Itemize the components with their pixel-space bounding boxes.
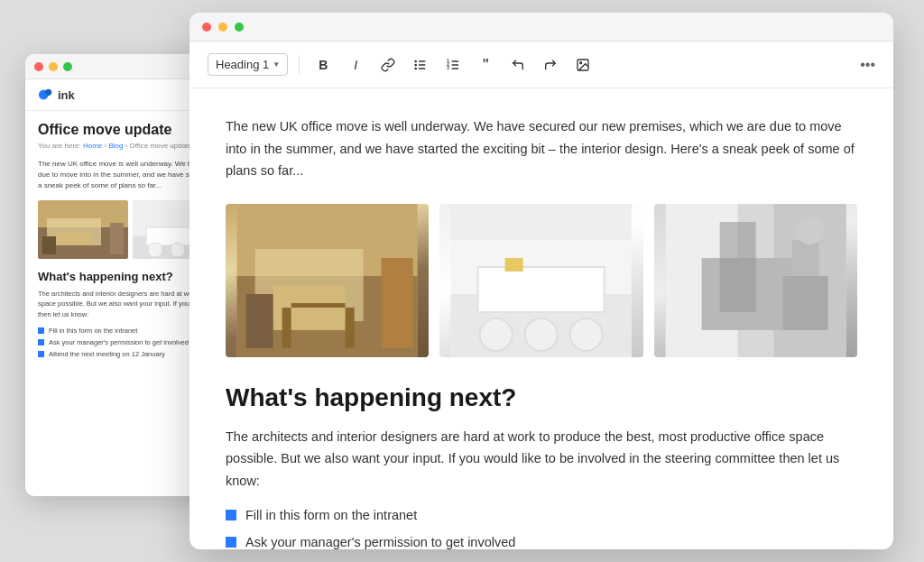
editor-list-item-2: Ask your manager's permission to get inv… xyxy=(226,533,857,549)
svg-rect-55 xyxy=(782,276,827,330)
editor-section-title: What's happening next? xyxy=(226,382,857,413)
svg-rect-40 xyxy=(282,308,291,348)
image-icon xyxy=(576,58,590,72)
chevron-down-icon: ▼ xyxy=(273,60,280,69)
svg-rect-49 xyxy=(451,204,632,240)
bullet-list-button[interactable] xyxy=(408,52,433,78)
image-button[interactable] xyxy=(570,52,596,78)
svg-rect-38 xyxy=(382,258,413,348)
editor-list-item-1: Fill in this form on the intranet xyxy=(226,506,857,526)
office-svg-3 xyxy=(654,204,857,357)
editor-images-row xyxy=(226,204,857,357)
svg-rect-56 xyxy=(791,240,818,276)
large-maximize-dot[interactable] xyxy=(235,23,244,32)
svg-rect-7 xyxy=(110,223,124,254)
minimize-dot[interactable] xyxy=(49,62,58,71)
link-button[interactable] xyxy=(375,52,401,78)
svg-text:3: 3 xyxy=(448,66,450,70)
svg-point-23 xyxy=(415,63,418,66)
svg-point-47 xyxy=(570,318,603,351)
editor-list: Fill in this form on the intranet Ask yo… xyxy=(226,506,857,549)
svg-point-32 xyxy=(580,61,582,63)
svg-rect-44 xyxy=(478,267,605,312)
svg-rect-48 xyxy=(505,258,523,272)
svg-rect-5 xyxy=(56,232,92,245)
large-editor-window: Heading 1 ▼ B I xyxy=(189,13,893,549)
editor-intro-paragraph: The new UK office move is well underway.… xyxy=(226,115,857,182)
italic-button[interactable]: I xyxy=(343,52,368,78)
svg-point-12 xyxy=(171,243,185,257)
small-office-image-1 xyxy=(38,200,128,259)
close-dot[interactable] xyxy=(34,62,43,71)
ordered-list-button[interactable]: 1 2 3 xyxy=(440,52,466,78)
editor-content-area[interactable]: The new UK office move is well underway.… xyxy=(189,88,893,549)
undo-icon xyxy=(511,58,525,72)
svg-point-11 xyxy=(148,243,162,257)
editor-office-image-3 xyxy=(654,204,857,357)
redo-button[interactable] xyxy=(538,52,563,78)
more-dots-icon: ••• xyxy=(860,57,875,73)
svg-point-46 xyxy=(525,318,558,351)
svg-point-1 xyxy=(45,89,51,96)
quote-button[interactable]: " xyxy=(473,52,498,78)
large-window-titlebar xyxy=(189,13,893,41)
editor-office-image-1 xyxy=(226,204,429,357)
toolbar-divider-1 xyxy=(299,56,300,74)
bold-button[interactable]: B xyxy=(310,52,336,78)
heading-select[interactable]: Heading 1 ▼ xyxy=(208,53,288,76)
heading-select-label: Heading 1 xyxy=(216,58,269,71)
editor-office-image-2 xyxy=(439,204,642,357)
svg-point-45 xyxy=(480,318,513,351)
svg-point-22 xyxy=(415,60,418,62)
logo-icon xyxy=(38,87,54,103)
svg-point-24 xyxy=(415,67,418,69)
editor-body-paragraph: The architects and interior designers ar… xyxy=(226,426,857,493)
svg-rect-37 xyxy=(246,294,273,348)
editor-toolbar: Heading 1 ▼ B I xyxy=(189,41,893,88)
logo-text: ink xyxy=(58,88,75,102)
office-svg-1 xyxy=(226,204,429,357)
svg-rect-39 xyxy=(291,303,346,308)
link-icon xyxy=(381,58,395,72)
more-options-button[interactable]: ••• xyxy=(860,57,875,73)
office-svg-2 xyxy=(439,204,642,357)
bullet-list-icon xyxy=(413,58,428,72)
svg-rect-6 xyxy=(42,236,56,254)
svg-rect-41 xyxy=(346,308,355,348)
redo-icon xyxy=(543,58,558,72)
ordered-list-icon: 1 2 3 xyxy=(446,58,460,72)
office-img-svg-1 xyxy=(38,200,128,259)
svg-rect-54 xyxy=(719,222,755,312)
undo-button[interactable] xyxy=(505,52,531,78)
large-close-dot[interactable] xyxy=(202,23,211,32)
maximize-dot[interactable] xyxy=(63,62,72,71)
small-logo: ink xyxy=(38,87,75,103)
svg-point-57 xyxy=(796,217,823,244)
large-minimize-dot[interactable] xyxy=(218,23,227,32)
